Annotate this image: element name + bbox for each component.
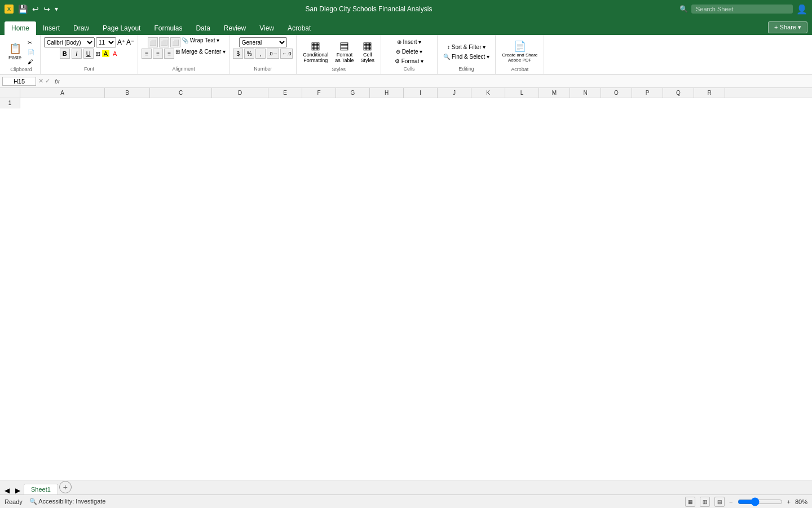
- undo-btn[interactable]: ↩: [32, 5, 39, 14]
- cell-reference-input[interactable]: [2, 77, 36, 86]
- insert-cells-button[interactable]: ⊕ Insert ▾: [395, 38, 424, 46]
- comma-btn[interactable]: ,: [255, 49, 266, 59]
- status-bar: Ready 🔍 Accessibility: Investigate ▦ ▥ ▤…: [0, 494, 812, 508]
- format-table-icon: ▤: [339, 41, 349, 51]
- col-header-n[interactable]: N: [570, 88, 601, 98]
- page-break-view-btn[interactable]: ▤: [714, 497, 725, 507]
- format-table-button[interactable]: ▤ Formatas Table: [332, 37, 356, 67]
- title-right: 🔍 👤: [679, 4, 807, 15]
- sheet-tab-sheet1[interactable]: Sheet1: [24, 484, 58, 494]
- col-header-c[interactable]: C: [150, 88, 212, 98]
- format-cells-button[interactable]: ⚙ Format ▾: [392, 57, 426, 65]
- font-size-select[interactable]: 11: [96, 37, 116, 47]
- font-color-button[interactable]: A: [111, 50, 118, 57]
- number-format-select[interactable]: General: [239, 37, 287, 47]
- adobe-icon: 📄: [514, 41, 526, 51]
- paste-button[interactable]: 📋 Paste: [6, 37, 24, 67]
- normal-view-btn[interactable]: ▦: [685, 497, 695, 507]
- tab-page-layout[interactable]: Page Layout: [96, 21, 147, 35]
- zoom-in-btn[interactable]: +: [787, 498, 791, 505]
- cell-styles-button[interactable]: ▦ CellStyles: [358, 37, 378, 67]
- create-share-pdf-button[interactable]: 📄 Create and ShareAdobe PDF: [499, 37, 540, 67]
- align-left-btn[interactable]: ≡: [142, 49, 152, 59]
- merge-center-btn[interactable]: ⊞ Merge & Center ▾: [175, 49, 226, 59]
- search-sheet-input[interactable]: [691, 5, 793, 14]
- tab-data[interactable]: Data: [189, 21, 217, 35]
- tab-acrobat[interactable]: Acrobat: [281, 21, 317, 35]
- increase-decimal-btn[interactable]: .0→: [267, 49, 279, 59]
- spreadsheet-container[interactable]: 1: [0, 98, 812, 480]
- clipboard-content: 📋 Paste ✂ 📄 🖌: [6, 37, 37, 67]
- col-header-i[interactable]: I: [404, 88, 438, 98]
- grid-area: [20, 98, 812, 108]
- col-header-b[interactable]: B: [105, 88, 150, 98]
- scroll-right-tab[interactable]: ▶: [13, 487, 23, 494]
- fill-color-button[interactable]: A: [102, 50, 109, 57]
- row-num-1[interactable]: 1: [0, 98, 20, 108]
- zoom-level[interactable]: 80%: [795, 498, 807, 505]
- col-header-d[interactable]: D: [212, 88, 268, 98]
- alignment-label: Alignment: [173, 66, 195, 72]
- col-header-m[interactable]: M: [539, 88, 570, 98]
- quick-save[interactable]: 💾: [18, 5, 28, 14]
- col-header-k[interactable]: K: [471, 88, 505, 98]
- adobe-group-label: Acrobat: [511, 67, 528, 72]
- decrease-decimal-btn[interactable]: ←.0: [280, 49, 293, 59]
- tab-home[interactable]: Home: [5, 21, 36, 35]
- wrap-text-btn[interactable]: 📎 Wrap Text ▾: [182, 37, 219, 47]
- col-header-r[interactable]: R: [694, 88, 725, 98]
- title-bar: X 💾 ↩ ↪ ▾ San Diego City Schools Financi…: [0, 0, 812, 18]
- select-all-button[interactable]: [0, 88, 20, 98]
- ribbon-tabs: Home Insert Draw Page Layout Formulas Da…: [0, 18, 812, 35]
- adobe-content: 📄 Create and ShareAdobe PDF: [499, 37, 540, 67]
- sort-filter-button[interactable]: ↕ Sort & Filter ▾: [445, 43, 488, 51]
- col-header-q[interactable]: Q: [663, 88, 694, 98]
- share-button[interactable]: + Share ▾: [768, 21, 807, 33]
- tab-insert[interactable]: Insert: [36, 21, 67, 35]
- format-painter-button[interactable]: 🖌: [25, 58, 37, 66]
- italic-button[interactable]: I: [72, 49, 82, 59]
- font-family-select[interactable]: Calibri (Body): [44, 37, 95, 47]
- redo-btn[interactable]: ↪: [43, 5, 50, 14]
- col-header-p[interactable]: P: [632, 88, 663, 98]
- zoom-slider[interactable]: [738, 497, 783, 506]
- tab-draw[interactable]: Draw: [67, 21, 96, 35]
- add-sheet-button[interactable]: +: [59, 481, 72, 493]
- align-right-btn[interactable]: ≡: [164, 49, 174, 59]
- align-center-btn[interactable]: ≡: [153, 49, 163, 59]
- col-header-a[interactable]: A: [20, 88, 105, 98]
- font-increase-btn[interactable]: A⁺: [117, 38, 125, 46]
- cut-button[interactable]: ✂: [25, 38, 37, 47]
- ribbon-group-clipboard: 📋 Paste ✂ 📄 🖌 Clipboard: [2, 35, 41, 74]
- col-header-l[interactable]: L: [505, 88, 539, 98]
- col-header-e[interactable]: E: [268, 88, 302, 98]
- ribbon-group-cells: ⊕ Insert ▾ ⊖ Delete ▾ ⚙ Format ▾ Cells: [381, 35, 438, 74]
- bold-button[interactable]: B: [60, 49, 70, 59]
- border-button[interactable]: ⊞: [95, 50, 100, 58]
- tab-view[interactable]: View: [253, 21, 281, 35]
- align-top-left-btn[interactable]: ⬜: [148, 37, 158, 47]
- currency-btn[interactable]: $: [233, 49, 243, 59]
- col-header-f[interactable]: F: [302, 88, 336, 98]
- align-top-right-btn[interactable]: ⬜: [170, 37, 180, 47]
- tab-review[interactable]: Review: [217, 21, 253, 35]
- tab-formulas[interactable]: Formulas: [147, 21, 189, 35]
- copy-button[interactable]: 📄: [25, 48, 37, 56]
- col-header-h[interactable]: H: [370, 88, 404, 98]
- page-layout-view-btn[interactable]: ▥: [700, 497, 710, 507]
- align-top-center-btn[interactable]: ⬜: [159, 37, 169, 47]
- user-icon[interactable]: 👤: [796, 4, 807, 15]
- delete-cells-button[interactable]: ⊖ Delete ▾: [394, 47, 425, 56]
- col-header-o[interactable]: O: [601, 88, 632, 98]
- conditional-formatting-button[interactable]: ▦ ConditionalFormatting: [300, 37, 331, 67]
- scroll-left-tab[interactable]: ◀: [2, 487, 12, 494]
- underline-button[interactable]: U: [83, 49, 94, 59]
- col-header-j[interactable]: J: [438, 88, 471, 98]
- percent-btn[interactable]: %: [244, 49, 254, 59]
- formula-input[interactable]: [64, 78, 810, 85]
- zoom-out-btn[interactable]: −: [729, 498, 732, 505]
- find-select-button[interactable]: 🔍 Find & Select ▾: [441, 52, 492, 61]
- accessibility-status[interactable]: 🔍 Accessibility: Investigate: [29, 498, 106, 505]
- font-decrease-btn[interactable]: A⁻: [126, 38, 134, 46]
- col-header-g[interactable]: G: [336, 88, 370, 98]
